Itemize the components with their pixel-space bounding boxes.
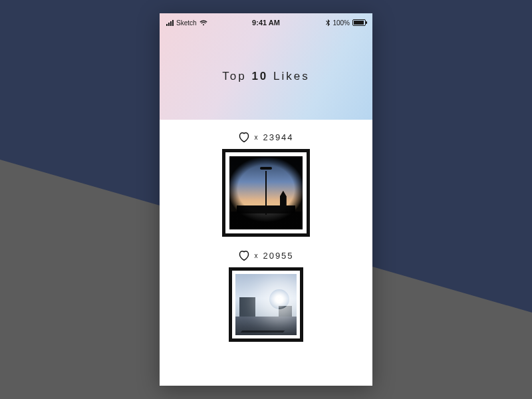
likes-row: x 20955 xyxy=(238,250,293,261)
heart-icon xyxy=(238,250,250,261)
multiply-glyph: x xyxy=(254,134,259,141)
photo-image xyxy=(229,156,303,229)
clock: 9:41 AM xyxy=(160,19,372,27)
phone-frame: Sketch 9:41 AM 100% Top 10 Likes xyxy=(160,13,372,386)
status-bar: Sketch 9:41 AM 100% xyxy=(160,17,372,28)
title-suffix: Likes xyxy=(273,70,310,82)
multiply-glyph: x xyxy=(254,252,259,259)
likes-count: 20955 xyxy=(263,251,293,261)
page-title: Top 10 Likes xyxy=(160,70,372,83)
photo-image xyxy=(235,274,297,335)
content-scroll[interactable]: x 23944 xyxy=(160,120,372,342)
title-prefix: Top xyxy=(222,70,246,82)
likes-count: 23944 xyxy=(263,132,293,142)
app-header: Sketch 9:41 AM 100% Top 10 Likes xyxy=(160,13,372,120)
photo-frame[interactable] xyxy=(222,149,310,237)
heart-icon xyxy=(238,132,250,142)
battery-icon xyxy=(352,19,366,26)
post-card: x 23944 xyxy=(222,132,310,237)
likes-row: x 23944 xyxy=(238,132,293,142)
post-card: x 20955 xyxy=(229,250,303,342)
design-canvas: Sketch 9:41 AM 100% Top 10 Likes xyxy=(0,0,532,399)
photo-frame[interactable] xyxy=(229,267,303,342)
title-number: 10 xyxy=(251,70,268,82)
